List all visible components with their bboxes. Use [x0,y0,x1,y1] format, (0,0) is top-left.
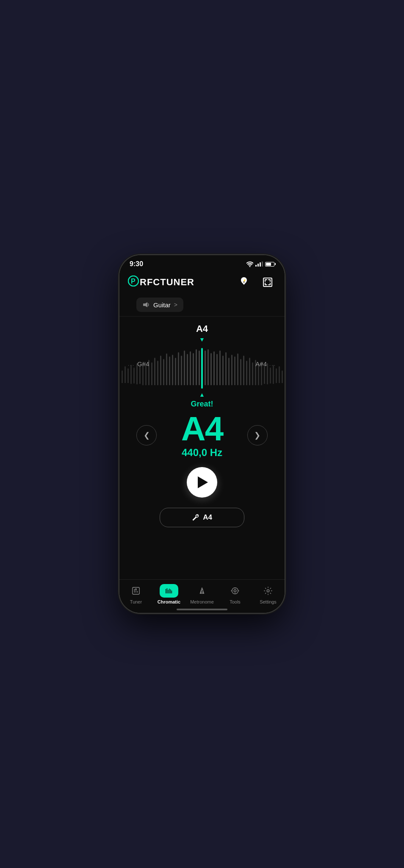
metronome-icon-wrap [193,584,211,598]
svg-point-62 [136,589,137,590]
play-icon [198,476,208,488]
nav-item-tuner[interactable]: Tuner [119,584,152,604]
svg-rect-36 [213,351,215,385]
metronome-nav-icon [197,586,207,595]
instrument-chevron: > [174,301,177,308]
app-logo: P RFCTUNER [128,275,194,289]
tuner-area: A4 ▼ ... G#4 A#4 ... [119,317,285,579]
svg-rect-3 [263,278,272,287]
nav-item-chromatic[interactable]: Chromatic [152,584,185,604]
svg-rect-44 [237,353,238,385]
nav-arrows: ❮ A4 440,0 Hz ❯ [119,412,285,459]
prev-note-btn[interactable]: ❮ [136,425,157,445]
svg-rect-11 [139,365,141,384]
settings-nav-icon [263,586,273,595]
main-note-display: A4 [181,412,223,446]
instrument-name: Guitar [153,301,171,309]
tuner-icon-wrap [127,584,145,598]
status-bar: 9:30 [119,255,285,270]
calibration-button[interactable]: A4 [160,508,244,527]
chromatic-icon-wrap [160,584,178,598]
svg-rect-42 [231,355,232,385]
svg-rect-58 [279,366,280,383]
chromatic-nav-icon [164,586,174,595]
logo-p: P [128,275,139,289]
chromatic-nav-label: Chromatic [158,599,180,604]
svg-rect-6 [125,366,126,383]
pick-icon: ⚡ [238,276,250,288]
svg-rect-59 [282,370,283,383]
svg-rect-7 [127,368,129,383]
header: P RFCTUNER ⚡ [119,270,285,296]
next-arrow-icon: ❯ [254,431,260,440]
battery-icon [265,262,274,267]
status-time: 9:30 [130,260,143,268]
svg-rect-38 [219,351,221,385]
nav-item-tools[interactable]: Tools [219,584,252,604]
tuner-nav-label: Tuner [130,599,142,604]
calib-label: A4 [203,513,212,522]
target-arrow-down: ▼ [196,336,208,343]
right-note: A#4 [255,360,267,367]
instrument-selector[interactable]: Guitar > [136,298,183,312]
main-note-area: ❮ A4 440,0 Hz ❯ [119,412,285,459]
svg-rect-24 [178,352,179,385]
svg-rect-57 [276,368,277,383]
svg-point-65 [267,590,269,592]
svg-rect-33 [205,351,206,385]
svg-rect-20 [166,353,167,385]
target-note: A4 [196,323,208,334]
tuner-nav-icon [131,586,141,595]
prev-arrow-icon: ❮ [144,431,150,440]
phone-frame: 9:30 [119,255,285,613]
nav-item-settings[interactable]: Settings [252,584,285,604]
screen-mode-btn[interactable] [259,274,276,291]
svg-rect-29 [193,353,194,385]
nav-item-metronome[interactable]: Metronome [185,584,219,604]
tuner-bars [119,347,285,389]
play-button[interactable] [187,467,217,498]
svg-rect-35 [210,353,212,385]
metronome-nav-label: Metronome [190,599,214,604]
bottom-nav: Tuner Chromatic [119,579,285,613]
tools-nav-icon [230,586,240,595]
svg-rect-27 [187,354,188,385]
svg-rect-26 [184,351,185,385]
left-note: G#4 [137,360,149,367]
phone-inner: 9:30 [119,255,285,613]
svg-rect-55 [270,367,271,384]
svg-point-64 [234,590,236,592]
svg-point-60 [197,515,198,516]
svg-rect-8 [130,365,132,384]
svg-rect-53 [264,365,265,384]
tools-nav-label: Tools [230,599,241,604]
logo-text: RFCTUNER [140,277,194,288]
settings-nav-label: Settings [260,599,277,604]
svg-rect-32 [201,348,203,389]
svg-text:⚡: ⚡ [243,278,246,282]
note-center: A4 440,0 Hz [181,412,223,459]
signal-icon [255,262,263,267]
header-icons: ⚡ [235,274,276,291]
speaker-icon [142,301,150,309]
svg-rect-56 [273,365,274,384]
svg-rect-31 [199,351,200,385]
next-note-btn[interactable]: ❯ [247,425,268,445]
right-dots: ... [269,361,276,367]
svg-text:P: P [131,278,136,285]
pick-icon-btn[interactable]: ⚡ [235,274,252,291]
status-icons [246,262,274,267]
wrench-icon [192,514,199,521]
screen-icon [262,276,274,288]
status-label: Great! [191,400,213,409]
svg-rect-28 [190,351,191,385]
svg-rect-37 [216,354,218,385]
gauge-labels: ... G#4 A#4 ... [119,360,285,367]
svg-rect-5 [122,370,123,383]
svg-rect-22 [172,355,173,385]
svg-rect-40 [225,352,227,385]
settings-icon-wrap [259,584,277,598]
bottom-pointer: ▲ [191,391,213,398]
frequency-display: 440,0 Hz [182,447,222,459]
svg-rect-9 [133,367,135,384]
